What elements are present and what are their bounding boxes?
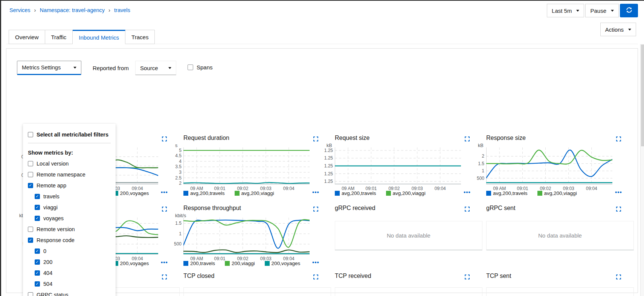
- chart-card-tcp-closed: TCP closedNo data available: [170, 273, 321, 296]
- sync-icon: [626, 7, 632, 14]
- expand-icon[interactable]: [465, 136, 470, 141]
- legend-label: 200,voyages: [120, 261, 149, 266]
- legend-item[interactable]: 200,voyages: [113, 261, 149, 266]
- legend-item[interactable]: avg,200,travels: [183, 190, 225, 196]
- menu-item-504[interactable]: ✓504: [23, 278, 116, 289]
- menu-item-grpc-status[interactable]: GRPC status: [23, 289, 116, 296]
- metrics-settings-dropdown[interactable]: Metrics Settings: [17, 61, 81, 75]
- duration-select[interactable]: Last 5m: [547, 4, 584, 17]
- expand-icon[interactable]: [162, 275, 167, 279]
- reported-from-label: Reported from: [93, 65, 129, 71]
- no-data-panel: No data available: [335, 221, 482, 250]
- legend-item[interactable]: avg,200,travels: [335, 190, 376, 196]
- menu-item-404[interactable]: ✓404: [23, 267, 116, 278]
- chart-legend: 200,travels200,viaggi200,voyages: [183, 261, 300, 266]
- menu-item-response-code[interactable]: ✓Response code: [23, 235, 116, 245]
- reported-from-select[interactable]: Source: [135, 61, 176, 75]
- expand-icon[interactable]: [465, 275, 470, 279]
- y-axis-tick-label: 1.25: [321, 171, 333, 176]
- expand-icon[interactable]: [616, 207, 621, 212]
- time-toolbar: Last 5m Pause: [547, 4, 638, 17]
- legend-swatch: [386, 191, 391, 196]
- menu-item-travels[interactable]: ✓travels: [23, 191, 116, 202]
- tab-traffic[interactable]: Traffic: [45, 30, 73, 44]
- chart-card-response-size: Response sizekB21.5150009 AM09:0109:0209…: [473, 135, 624, 201]
- menu-item-remote-app[interactable]: ✓Remote app: [23, 180, 116, 191]
- legend-label: 200,travels: [190, 261, 215, 266]
- request-size-title: Request size: [335, 135, 370, 141]
- tab-overview[interactable]: Overview: [9, 30, 45, 44]
- legend-item[interactable]: 200,voyages: [265, 261, 301, 266]
- chevron-down-icon: [73, 67, 76, 69]
- menu-item-remote-version[interactable]: Remote version: [23, 224, 116, 235]
- breadcrumb-services-link[interactable]: Services: [9, 7, 31, 13]
- y-axis-tick-label: 1.25: [321, 148, 333, 153]
- legend-item[interactable]: 200,voyages: [113, 190, 149, 196]
- legend-item[interactable]: avg,200,viaggi: [235, 190, 274, 196]
- grpc-sent-title: gRPC sent: [486, 205, 515, 212]
- checkbox: [28, 227, 33, 232]
- tab-traces[interactable]: Traces: [125, 30, 155, 44]
- legend-item[interactable]: avg,200,travels: [486, 190, 528, 196]
- response-size-title: Response size: [486, 135, 526, 141]
- spans-checkbox[interactable]: [188, 64, 193, 70]
- expand-icon[interactable]: [162, 136, 167, 141]
- checkbox: [28, 161, 33, 166]
- menu-item-local-version[interactable]: Local version: [23, 158, 116, 169]
- checkbox: ✓: [35, 216, 40, 221]
- checkbox: ✓: [28, 238, 33, 243]
- no-data-text: No data available: [538, 232, 582, 239]
- legend-item[interactable]: avg,200,viaggi: [386, 190, 426, 196]
- checkbox: ✓: [35, 259, 40, 265]
- menu-item-0[interactable]: ✓0: [23, 245, 116, 256]
- y-axis-tick-label: 1.25: [321, 155, 333, 161]
- legend-overflow-kebab[interactable]: •••: [161, 189, 168, 195]
- x-axis-tick-label: 09:04: [430, 186, 451, 191]
- menu-item-select-all-metric-label-filters[interactable]: Select all metric/label filters: [23, 129, 116, 140]
- menu-item-viaggi[interactable]: ✓viaggi: [23, 202, 116, 213]
- actions-dropdown[interactable]: Actions: [600, 23, 636, 36]
- expand-icon[interactable]: [162, 207, 167, 212]
- chart-card-grpc-received: gRPC receivedNo data available: [321, 205, 473, 271]
- expand-icon[interactable]: [465, 207, 470, 212]
- refresh-button[interactable]: [620, 4, 638, 17]
- legend-label: 200,viaggi: [232, 261, 255, 266]
- menu-item-voyages[interactable]: ✓voyages: [23, 213, 116, 224]
- legend-overflow-kebab[interactable]: •••: [161, 259, 168, 265]
- legend-overflow-kebab[interactable]: •••: [615, 189, 622, 195]
- tab-inbound-metrics[interactable]: Inbound Metrics: [73, 30, 125, 44]
- checkbox: [28, 292, 33, 296]
- axis-unit-label: kB: [478, 143, 484, 148]
- expand-icon[interactable]: [616, 136, 621, 141]
- y-axis-tick-label: 1.25: [321, 179, 333, 184]
- chevron-right-icon: ›: [108, 7, 110, 13]
- tab-bar: Overview Traffic Inbound Metrics Traces: [9, 30, 155, 44]
- expand-icon[interactable]: [616, 275, 621, 279]
- breadcrumb-namespace-link[interactable]: Namespace: travel-agency: [40, 7, 105, 13]
- menu-divider: [28, 143, 111, 143]
- scrollbar-thumb[interactable]: [641, 44, 644, 146]
- legend-overflow-kebab[interactable]: •••: [312, 189, 319, 195]
- chevron-right-icon: ›: [34, 7, 36, 13]
- expand-icon[interactable]: [313, 136, 318, 141]
- legend-overflow-kebab[interactable]: •••: [464, 189, 471, 195]
- menu-item-label: 404: [43, 270, 52, 276]
- y-axis-tick-label: 4: [170, 159, 182, 164]
- breadcrumb-service-link[interactable]: travels: [114, 7, 130, 13]
- refresh-interval-select[interactable]: Pause: [585, 4, 619, 17]
- menu-item-remote-namespace[interactable]: Remote namespace: [23, 169, 116, 180]
- legend-item[interactable]: 200,travels: [183, 261, 215, 266]
- legend-swatch: [265, 261, 270, 266]
- metrics-panel: Metrics Settings Reported from Source Sp…: [6, 48, 638, 293]
- legend-item[interactable]: 200,viaggi: [225, 261, 255, 266]
- y-axis-tick-label: 2.5: [170, 175, 182, 181]
- legend-label: avg,200,viaggi: [544, 190, 577, 196]
- chevron-down-icon: [611, 10, 614, 12]
- legend-item[interactable]: avg,200,viaggi: [537, 190, 577, 196]
- expand-icon[interactable]: [313, 207, 318, 212]
- expand-icon[interactable]: [313, 275, 318, 279]
- legend-overflow-kebab[interactable]: •••: [312, 259, 319, 265]
- checkbox: ✓: [35, 248, 40, 254]
- menu-item-200[interactable]: ✓200: [23, 256, 116, 267]
- vertical-scrollbar[interactable]: [640, 44, 644, 296]
